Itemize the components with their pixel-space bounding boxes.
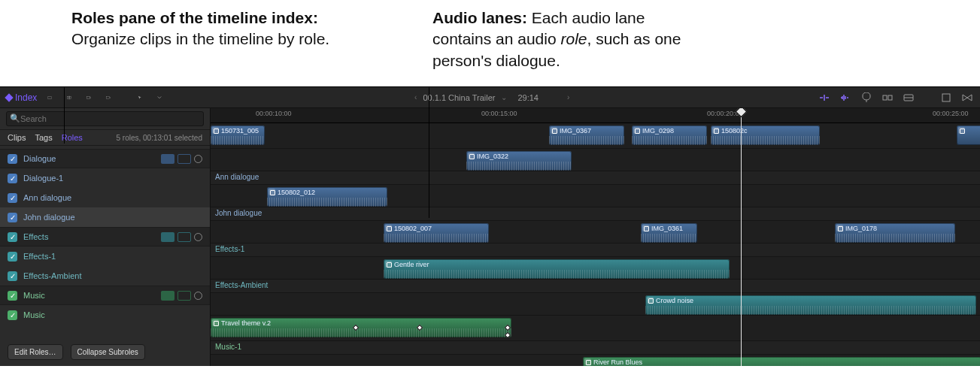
role-row[interactable]: ✓Music xyxy=(0,305,210,325)
checkbox-icon[interactable]: ✓ xyxy=(8,232,17,242)
checkbox-icon[interactable]: ✓ xyxy=(8,174,17,183)
edit-roles-button[interactable]: Edit Roles… xyxy=(8,344,63,360)
clip[interactable] xyxy=(957,125,980,145)
tab-tags[interactable]: Tags xyxy=(35,133,52,142)
ruler-tick: 00:00:10:00 xyxy=(256,110,292,117)
role-row[interactable]: ✓Music xyxy=(0,286,210,305)
clip[interactable]: 150802c xyxy=(711,125,820,145)
clip[interactable]: Travel theme v.2 xyxy=(211,318,511,337)
svg-rect-4 xyxy=(107,96,110,98)
role-row[interactable]: ✓Dialogue-1 xyxy=(0,168,210,188)
timeline[interactable]: 00:00:10:0000:00:15:0000:00:20:0000:00:2… xyxy=(211,108,980,366)
collapse-subroles-button[interactable]: Collapse Subroles xyxy=(71,344,145,360)
clip-label: 150802_007 xyxy=(394,225,432,232)
timeline-lane[interactable]: 150802_007IMG_0361IMG_0178 xyxy=(211,221,980,243)
search-input[interactable] xyxy=(6,111,204,126)
role-label: Dialogue-1 xyxy=(23,174,202,183)
show-lanes-icon[interactable] xyxy=(161,232,174,242)
clip-label: IMG_0322 xyxy=(477,153,508,160)
role-label: Music xyxy=(23,310,202,319)
lane-label: Effects-1 xyxy=(215,245,244,253)
timeline-lane[interactable]: 150802_012 xyxy=(211,185,980,207)
playhead[interactable] xyxy=(741,108,742,366)
focus-icon[interactable] xyxy=(177,154,191,164)
index-button[interactable]: Index xyxy=(6,92,37,103)
effects-browser-icon[interactable] xyxy=(939,91,953,104)
role-row[interactable]: ✓Effects-Ambient xyxy=(0,266,210,286)
solo-icon[interactable] xyxy=(860,91,873,104)
clip[interactable]: IMG_0367 xyxy=(549,125,624,145)
visibility-toggle-icon[interactable] xyxy=(194,292,202,300)
next-project-icon[interactable]: › xyxy=(567,93,569,101)
ruler-tick: 00:00:25:00 xyxy=(933,110,969,117)
visibility-toggle-icon[interactable] xyxy=(194,155,202,163)
checkbox-icon[interactable]: ✓ xyxy=(8,252,17,262)
show-lanes-icon[interactable] xyxy=(161,291,174,301)
checkbox-icon[interactable]: ✓ xyxy=(8,193,17,203)
tab-clips[interactable]: Clips xyxy=(8,133,26,142)
clip-label: 150731_005 xyxy=(221,127,259,135)
timeline-lane[interactable]: IMG_0322 xyxy=(211,149,980,171)
timeline-index-sidebar: 🔍 Clips Tags Roles 5 roles, 00:13:01 sel… xyxy=(0,108,211,366)
checkbox-icon[interactable]: ✓ xyxy=(8,291,17,301)
timeline-lane[interactable]: 150731_005IMG_0367IMG_0298150802c xyxy=(211,123,980,149)
role-row[interactable]: ✓Effects-1 xyxy=(0,246,210,266)
append-tool-icon[interactable] xyxy=(82,91,96,104)
timeline-lane[interactable]: Travel theme v.2 xyxy=(211,316,980,341)
clip[interactable]: IMG_0361 xyxy=(641,223,697,243)
checkbox-icon[interactable]: ✓ xyxy=(8,213,17,222)
timeline-lane[interactable]: Ann dialogue xyxy=(211,171,980,185)
timeline-lane[interactable]: Crowd noise xyxy=(211,293,980,316)
project-selector[interactable]: ‹ 00.1.1 China Trailer ⌄ 29:14 › xyxy=(414,93,569,102)
clip[interactable]: River Run Blues xyxy=(583,357,980,366)
role-row[interactable]: ✓Effects xyxy=(0,227,210,246)
clip-role-badge-icon xyxy=(642,225,649,231)
role-row[interactable]: ✓John dialogue xyxy=(0,207,210,227)
skimming-icon[interactable] xyxy=(818,91,831,104)
focus-icon[interactable] xyxy=(177,232,191,242)
index-meta: 5 roles, 00:13:01 selected xyxy=(116,134,202,142)
clip[interactable]: IMG_0178 xyxy=(835,223,955,243)
role-row[interactable]: ✓Ann dialogue xyxy=(0,188,210,207)
clip[interactable]: 150731_005 xyxy=(211,125,265,145)
checkbox-icon[interactable]: ✓ xyxy=(8,154,17,164)
waveform-icon xyxy=(211,136,265,145)
app-window: Index ‹ 00.1.1 China Trailer ⌄ 29:14 › xyxy=(0,86,980,366)
overwrite-tool-icon[interactable] xyxy=(102,91,115,104)
position-tool-icon[interactable] xyxy=(43,91,56,104)
tool-dropdown-icon[interactable] xyxy=(153,91,166,104)
checkbox-icon[interactable]: ✓ xyxy=(8,271,17,281)
checkbox-icon[interactable]: ✓ xyxy=(8,310,17,320)
audio-skimming-icon[interactable] xyxy=(839,91,852,104)
visibility-toggle-icon[interactable] xyxy=(194,233,202,241)
transitions-browser-icon[interactable] xyxy=(960,91,974,104)
clip[interactable]: 150802_007 xyxy=(384,223,489,243)
timeline-lane[interactable]: River Run Blues xyxy=(211,355,980,366)
annotations-container: Roles pane of the timeline index: Organi… xyxy=(0,0,827,86)
timeline-lane[interactable]: Gentle river xyxy=(211,257,980,280)
clip-label: IMG_0298 xyxy=(642,127,674,135)
focus-icon[interactable] xyxy=(177,291,191,301)
clip[interactable]: 150802_012 xyxy=(267,187,387,207)
index-label: Index xyxy=(15,92,37,103)
snapping-icon[interactable] xyxy=(881,91,894,104)
timeline-lane[interactable]: John dialogue xyxy=(211,207,980,221)
annotation-roles-pane: Roles pane of the timeline index: Organi… xyxy=(71,8,342,71)
clip[interactable]: IMG_0322 xyxy=(466,151,572,171)
clip[interactable]: IMG_0298 xyxy=(632,125,707,145)
timeline-lane[interactable]: Effects-1 xyxy=(211,243,980,257)
clip[interactable]: Gentle river xyxy=(384,259,730,279)
view-options-icon[interactable] xyxy=(902,91,915,104)
time-ruler[interactable]: 00:00:10:0000:00:15:0000:00:20:0000:00:2… xyxy=(211,108,980,123)
timeline-lane[interactable]: Music-1 xyxy=(211,341,980,355)
select-tool-icon[interactable] xyxy=(133,91,147,104)
clip[interactable]: Crowd noise xyxy=(645,295,976,315)
insert-tool-icon[interactable] xyxy=(62,91,76,104)
project-dropdown-icon[interactable]: ⌄ xyxy=(501,93,507,101)
role-row[interactable]: ✓Dialogue xyxy=(0,149,210,168)
show-lanes-icon[interactable] xyxy=(161,154,174,164)
prev-project-icon[interactable]: ‹ xyxy=(414,93,417,101)
roles-list: ✓Dialogue✓Dialogue-1✓Ann dialogue✓John d… xyxy=(0,146,210,325)
role-group-controls xyxy=(161,291,202,301)
timeline-lane[interactable]: Effects-Ambient xyxy=(211,280,980,293)
